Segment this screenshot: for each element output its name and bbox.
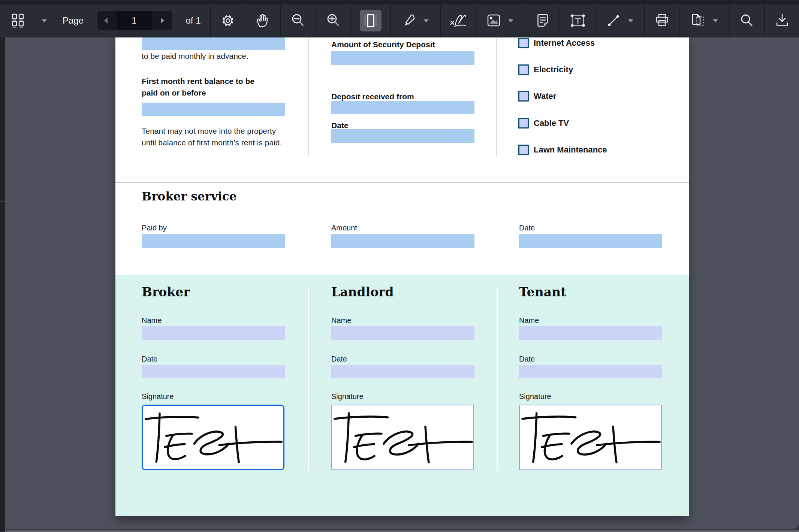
party-title-landlord: Landlord	[331, 285, 394, 299]
image-menu-button[interactable]	[507, 17, 515, 24]
utility-row: Lawn Maintenance	[518, 145, 607, 155]
search-icon	[739, 13, 755, 28]
export-menu-button[interactable]	[712, 17, 719, 24]
settings-button[interactable]	[220, 12, 236, 29]
print-button[interactable]	[654, 13, 670, 28]
search-button[interactable]	[739, 13, 755, 28]
tenant-signature-box[interactable]	[519, 405, 662, 470]
main-toolbar: Page 1 of 1	[0, 0, 799, 37]
internet-access-checkbox[interactable]	[518, 38, 529, 48]
hand-icon	[255, 13, 271, 28]
utility-label: Cable TV	[534, 118, 569, 129]
broker-name-label: Name	[142, 316, 162, 324]
deposit-received-field[interactable]	[331, 101, 474, 114]
utility-label: Water	[534, 91, 556, 102]
chevron-left-icon	[103, 16, 110, 25]
chevron-down-icon	[40, 17, 48, 24]
chevron-down-icon	[627, 17, 634, 24]
broker-name-field[interactable]	[142, 326, 285, 340]
monthly-note-text: to be paid monthly in advance.	[142, 50, 292, 62]
signature-drawing	[332, 405, 473, 469]
pan-tool-button[interactable]	[255, 13, 271, 28]
text-annotation-icon	[570, 12, 586, 29]
broker-date-label: Date	[142, 355, 157, 363]
tenant-date-label: Date	[519, 355, 535, 363]
note-icon	[535, 13, 551, 28]
landlord-date-label: Date	[331, 355, 347, 363]
highlighter-menu-button[interactable]	[422, 17, 430, 24]
image-tool-button[interactable]	[486, 13, 502, 28]
first-month-date-field[interactable]	[142, 103, 285, 116]
collapsed-sidebar-strip	[0, 37, 5, 532]
page-label: Page	[63, 15, 84, 26]
document-export-icon	[690, 12, 706, 29]
tenant-note-text: Tenant may not move into the property un…	[142, 125, 292, 148]
text-tool-button[interactable]	[570, 12, 586, 29]
zoom-out-button[interactable]	[290, 13, 306, 28]
fit-page-button[interactable]	[360, 10, 382, 31]
signature-icon	[449, 12, 467, 29]
bs-amount-field[interactable]	[331, 234, 474, 248]
page-thumbnails-button[interactable]	[10, 13, 26, 28]
column-divider	[308, 37, 308, 156]
sidebar-seam	[0, 201, 5, 202]
first-month-label: First month rent balance to be paid on o…	[142, 75, 273, 99]
document-export-button[interactable]	[690, 12, 706, 29]
cable-tv-checkbox[interactable]	[518, 118, 529, 129]
section-divider	[115, 182, 689, 182]
window-bottom-edge	[0, 530, 799, 532]
column-divider	[497, 37, 497, 156]
water-checkbox[interactable]	[518, 91, 529, 102]
bs-date-field[interactable]	[519, 234, 662, 248]
signature-drawing	[143, 406, 283, 469]
next-page-button[interactable]	[153, 11, 171, 30]
signature-column-divider	[308, 288, 309, 471]
page-number-input[interactable]: 1	[117, 11, 152, 30]
landlord-name-field[interactable]	[331, 326, 474, 340]
electricity-checkbox[interactable]	[518, 64, 529, 75]
zoom-out-icon	[290, 13, 306, 28]
printer-icon	[654, 13, 670, 28]
tenant-date-field[interactable]	[519, 365, 662, 378]
note-tool-button[interactable]	[535, 13, 551, 28]
landlord-date-field[interactable]	[331, 365, 474, 378]
broker-signature-box[interactable]	[142, 405, 284, 470]
fit-page-icon	[362, 12, 379, 29]
gear-icon	[220, 12, 236, 29]
tenant-name-label: Name	[519, 316, 539, 324]
deposit-amount-field[interactable]	[331, 51, 474, 65]
zoom-in-icon	[326, 13, 341, 28]
highlighter-icon	[401, 13, 417, 28]
zoom-in-button[interactable]	[326, 13, 341, 28]
utility-label: Internet Access	[534, 38, 595, 48]
thumbnails-icon	[10, 13, 26, 28]
utility-row: Electricity	[518, 64, 573, 75]
page-navigation: 1	[97, 11, 172, 30]
signature-column-divider	[497, 288, 498, 471]
utility-row: Water	[518, 91, 556, 102]
tenant-signature-label: Signature	[519, 392, 551, 400]
chevron-down-icon	[712, 17, 719, 24]
line-tool-button[interactable]	[606, 13, 622, 28]
deposit-date-field[interactable]	[331, 129, 474, 143]
broker-signature-label: Signature	[142, 392, 174, 400]
utility-label: Lawn Maintenance	[534, 145, 607, 155]
chevron-down-icon	[422, 17, 430, 24]
signature-tool-button[interactable]	[449, 12, 467, 29]
rent-amount-field[interactable]	[142, 37, 285, 50]
party-title-broker: Broker	[142, 285, 190, 299]
utility-label: Electricity	[534, 64, 573, 75]
lawn-maintenance-checkbox[interactable]	[518, 145, 529, 155]
highlighter-tool-button[interactable]	[401, 13, 417, 28]
bs-amount-label: Amount	[331, 224, 357, 232]
paid-by-field[interactable]	[142, 234, 285, 248]
utility-row: Internet Access	[518, 38, 595, 48]
view-menu-button[interactable]	[40, 17, 48, 24]
broker-date-field[interactable]	[142, 365, 285, 378]
page-count-label: of 1	[186, 15, 200, 26]
landlord-signature-box[interactable]	[331, 405, 474, 470]
previous-page-button[interactable]	[97, 11, 115, 30]
tenant-name-field[interactable]	[519, 326, 662, 340]
download-button[interactable]	[774, 13, 790, 28]
line-menu-button[interactable]	[627, 17, 634, 24]
